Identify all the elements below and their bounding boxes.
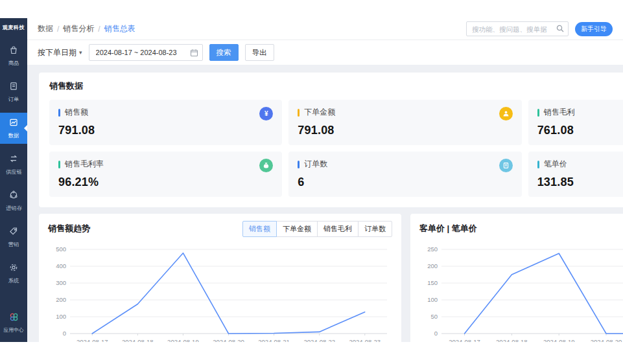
global-search: [466, 21, 569, 36]
svg-text:250: 250: [427, 245, 438, 253]
sidebar-item-app-center[interactable]: 应用中心: [0, 307, 27, 338]
svg-text:2024-08-19: 2024-08-19: [167, 338, 199, 342]
novice-guide-button[interactable]: 新手引导: [575, 22, 613, 36]
stat-value: 131.85: [537, 176, 623, 189]
sales-data-title: 销售数据: [49, 80, 623, 92]
svg-text:500: 500: [56, 245, 66, 253]
date-type-label: 按下单日期: [38, 47, 76, 58]
search-button[interactable]: 搜索: [209, 44, 239, 61]
export-button[interactable]: 导出: [245, 44, 274, 61]
sidebar-item-products[interactable]: 商品: [0, 40, 27, 71]
avg-price-panel: 客单价 | 笔单价 0501001502002502024-08-172024-…: [410, 214, 623, 342]
stat-card-order-count: 订单数 6: [288, 152, 521, 197]
stat-card-order-amount: 下单金额 791.08: [288, 100, 521, 145]
avg-price-chart: 0501001502002502024-08-172024-08-182024-…: [419, 240, 623, 342]
sidebar-item-system[interactable]: 系统: [0, 258, 27, 289]
sidebar-item-label: 数据: [8, 131, 19, 139]
sales-trend-chart: 01002003004005002024-08-172024-08-182024…: [48, 240, 392, 342]
supply-arrows-icon: [8, 154, 19, 166]
breadcrumb-item[interactable]: 销售分析: [63, 23, 94, 34]
sidebar-item-label: 应用中心: [3, 326, 23, 334]
stat-label: 下单金额: [304, 107, 335, 118]
stat-label: 订单数: [304, 159, 327, 170]
stat-card-grid: 销售额 ¥ 791.08 下单金额 791.08 销售毛利: [49, 100, 623, 197]
accent-bar: [298, 109, 300, 117]
chart-line-icon: [8, 117, 19, 130]
avg-price-header: 客单价 | 笔单价: [419, 221, 623, 236]
sidebar-item-supply-chain[interactable]: 供应链: [0, 149, 27, 180]
date-range-input[interactable]: [89, 44, 203, 61]
brand-logo: 观麦科技: [3, 25, 25, 31]
tab-order-amount[interactable]: 下单金额: [276, 221, 318, 237]
chevron-down-icon: ▾: [79, 49, 82, 56]
document-circle-icon: [499, 159, 513, 172]
sidebar-item-label: 订单: [8, 95, 19, 103]
avg-price-title: 客单价 | 笔单价: [419, 223, 477, 234]
sidebar-item-marketing[interactable]: 营销: [0, 222, 27, 253]
svg-text:2024-08-22: 2024-08-22: [303, 338, 335, 342]
svg-text:2024-08-19: 2024-08-19: [543, 338, 575, 342]
sidebar-item-label: 商品: [8, 59, 19, 67]
breadcrumb-item-current[interactable]: 销售总表: [104, 23, 135, 34]
order-doc-icon: [8, 81, 19, 94]
tab-order-count[interactable]: 订单数: [358, 221, 392, 237]
svg-text:0: 0: [63, 330, 66, 337]
date-type-dropdown[interactable]: 按下单日期 ▾: [38, 47, 82, 58]
svg-text:50: 50: [430, 313, 438, 320]
sidebar-item-orders[interactable]: 订单: [0, 76, 27, 108]
stat-card-avg-order-value: 笔单价 ¥ 131.85: [528, 152, 623, 197]
svg-text:2024-08-23: 2024-08-23: [349, 338, 381, 342]
stat-value: 791.08: [58, 124, 273, 137]
calendar-icon[interactable]: [190, 48, 198, 60]
yen-circle-icon: ¥: [259, 107, 273, 120]
search-input[interactable]: [466, 21, 569, 36]
topbar-right: 新手引导: [466, 21, 613, 36]
main-area: 数据 / 销售分析 / 销售总表 新手引导 按下单日期 ▾: [27, 18, 623, 342]
sidebar-item-inventory[interactable]: 进销存: [0, 185, 27, 216]
search-icon[interactable]: [556, 24, 565, 36]
svg-text:2024-08-18: 2024-08-18: [122, 338, 154, 342]
sidebar-item-label: 进销存: [6, 204, 22, 212]
accent-bar: [58, 161, 60, 168]
tag-icon: [8, 226, 19, 239]
sidebar-item-data[interactable]: 数据: [0, 113, 27, 144]
sales-trend-title: 销售额趋势: [48, 223, 90, 234]
accent-bar: [537, 161, 539, 168]
breadcrumb-item[interactable]: 数据: [38, 23, 53, 34]
stat-label: 销售额: [65, 107, 88, 118]
stat-value: 96.21%: [58, 176, 273, 189]
filter-bar: 按下单日期 ▾ 搜索 导出: [27, 40, 623, 65]
sidebar-item-label: 系统: [8, 277, 19, 284]
sales-trend-header: 销售额趋势 销售额 下单金额 销售毛利 订单数: [48, 221, 392, 236]
stat-label: 笔单价: [544, 159, 567, 170]
svg-text:200: 200: [427, 262, 438, 269]
moneybag-circle-icon: [259, 159, 273, 172]
stat-card-gross-profit: 销售毛利 761.08: [528, 100, 623, 145]
app-center-icon: [8, 312, 19, 325]
sales-trend-panel: 销售额趋势 销售额 下单金额 销售毛利 订单数 0100200300400500…: [39, 214, 401, 342]
breadcrumb: 数据 / 销售分析 / 销售总表: [38, 23, 135, 34]
share-nodes-icon: [8, 190, 19, 203]
stat-card-gross-margin: 销售毛利率 96.21%: [49, 152, 282, 197]
svg-text:0: 0: [434, 330, 438, 337]
trend-metric-tabs: 销售额 下单金额 销售毛利 订单数: [242, 221, 392, 237]
date-range-picker: [89, 44, 203, 61]
svg-text:100: 100: [56, 313, 66, 320]
svg-text:100: 100: [427, 296, 438, 303]
sidebar-item-label: 营销: [8, 240, 19, 248]
svg-text:2024-08-17: 2024-08-17: [449, 338, 480, 342]
svg-text:200: 200: [56, 296, 66, 303]
stat-card-sales-amount: 销售额 ¥ 791.08: [49, 100, 282, 145]
svg-text:300: 300: [56, 279, 66, 286]
stat-value: 761.08: [537, 124, 623, 137]
gear-icon: [8, 262, 19, 275]
svg-text:2024-08-20: 2024-08-20: [591, 338, 622, 342]
tab-gross-profit[interactable]: 销售毛利: [317, 221, 359, 237]
charts-row: 销售额趋势 销售额 下单金额 销售毛利 订单数 0100200300400500…: [39, 214, 611, 342]
svg-text:2024-08-21: 2024-08-21: [258, 338, 290, 342]
sidebar-item-label: 供应链: [6, 168, 22, 176]
tab-sales-amount[interactable]: 销售额: [242, 221, 277, 237]
svg-text:2024-08-18: 2024-08-18: [496, 338, 528, 342]
content-area: 销售数据 销售额 ¥ 791.08 下单金额 791.08: [27, 65, 623, 342]
svg-text:400: 400: [56, 262, 66, 269]
